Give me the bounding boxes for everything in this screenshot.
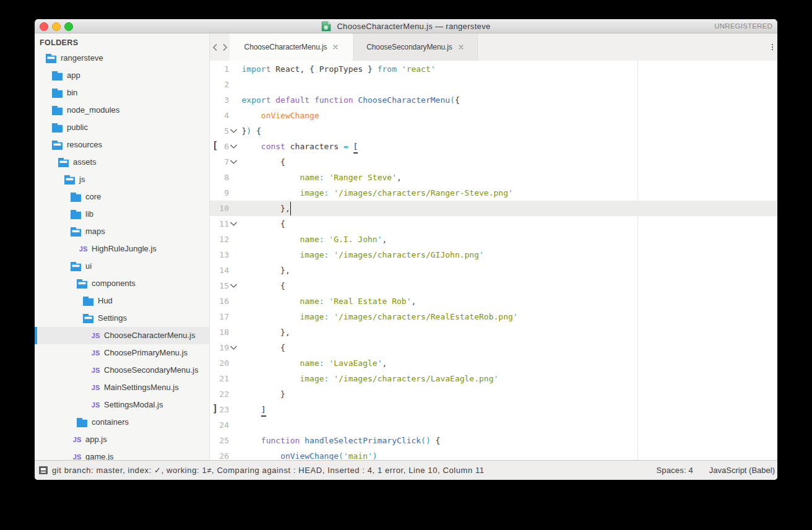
folder-open-icon — [64, 175, 75, 185]
tree-item-MainSettingsMenu.js[interactable]: JSMainSettingsMenu.js — [35, 379, 209, 396]
tree-item-ChoosePrimaryMenu.js[interactable]: JSChoosePrimaryMenu.js — [35, 344, 209, 362]
code-line-8[interactable]: 8 name: 'Ranger Steve', — [210, 170, 777, 185]
line-number: 24 — [210, 417, 229, 433]
code-line-6[interactable]: 6[ const characters = [ — [210, 139, 777, 154]
panel-toggle-icon[interactable] — [39, 466, 48, 474]
tree-item-label: resources — [67, 136, 102, 154]
tree-item-Settings[interactable]: Settings — [35, 310, 209, 327]
tree-item-label: containers — [92, 414, 129, 431]
code-line-19[interactable]: 19 { — [210, 340, 777, 355]
code-text: onViewChange('main') — [242, 448, 378, 461]
code-line-3[interactable]: 3export default function ChooseCharacter… — [210, 92, 777, 108]
code-text: image: '/images/characters/GIJohn.png' — [242, 247, 484, 263]
fold-arrow-icon[interactable] — [230, 129, 237, 133]
code-line-12[interactable]: 12 name: 'G.I. John', — [210, 232, 777, 247]
line-number: 4 — [210, 108, 229, 123]
line-number: 12 — [210, 232, 229, 247]
code-text: }) { — [242, 123, 261, 139]
tree-item-rangersteve[interactable]: rangersteve — [35, 50, 209, 67]
code-line-16[interactable]: 16 name: 'Real Estate Rob', — [210, 293, 777, 309]
tree-item-app.js[interactable]: JSapp.js — [35, 431, 209, 448]
status-bar: git branch: master, index: ✓, working: 1… — [35, 460, 777, 480]
code-line-25[interactable]: 25 function handleSelectPrimaryClick() { — [210, 433, 777, 448]
tree-item-Hud[interactable]: Hud — [35, 292, 209, 310]
fold-arrow-icon[interactable] — [230, 160, 237, 164]
tree-item-core[interactable]: core — [35, 188, 209, 206]
tree-item-HighRuleJungle.js[interactable]: JSHighRuleJungle.js — [35, 240, 209, 258]
code-line-10[interactable]: 10 }, — [210, 201, 777, 216]
tab-close-icon[interactable] — [459, 33, 464, 61]
next-tab-icon[interactable] — [223, 44, 227, 51]
fold-arrow-icon[interactable] — [230, 345, 237, 350]
code-editor[interactable]: 1import React, { PropTypes } from 'react… — [210, 61, 777, 460]
line-number: 5 — [210, 123, 229, 139]
code-text: { — [242, 154, 285, 170]
code-line-7[interactable]: 7 { — [210, 154, 777, 170]
prev-tab-icon[interactable] — [213, 44, 217, 51]
bracket-gutter-icon: [ — [212, 138, 218, 154]
tab-ChooseSecondaryMenu.js[interactable]: ChooseSecondaryMenu.js — [353, 33, 478, 61]
tree-item-ChooseSecondaryMenu.js[interactable]: JSChooseSecondaryMenu.js — [35, 362, 209, 379]
code-line-4[interactable]: 4 onViewChange — [210, 108, 777, 123]
code-line-2[interactable]: 2 — [210, 77, 777, 92]
line-number: 11 — [210, 216, 229, 232]
tab-close-icon[interactable] — [333, 33, 338, 61]
tree-item-label: app — [67, 67, 80, 84]
tab-overflow-menu-icon[interactable] — [768, 33, 777, 61]
syntax-indicator[interactable]: JavaScript (Babel) — [709, 461, 775, 480]
tree-item-node_modules[interactable]: node_modules — [35, 102, 209, 119]
tree-item-label: assets — [73, 154, 97, 171]
line-number: 16 — [210, 293, 229, 309]
fold-arrow-icon[interactable] — [230, 144, 237, 149]
unregistered-badge: UNREGISTERED — [714, 19, 772, 33]
code-line-15[interactable]: 15 { — [210, 278, 777, 293]
code-line-9[interactable]: 9 image: '/images/characters/Ranger-Stev… — [210, 185, 777, 201]
tree-item-lib[interactable]: lib — [35, 206, 209, 223]
tree-item-components[interactable]: components — [35, 275, 209, 292]
tree-item-maps[interactable]: maps — [35, 223, 209, 240]
folder-open-icon — [58, 158, 69, 167]
code-line-22[interactable]: 22 } — [210, 386, 777, 402]
code-line-26[interactable]: 26 onViewChange('main') — [210, 448, 777, 461]
code-line-24[interactable]: 24 — [210, 417, 777, 433]
code-line-23[interactable]: 23] ] — [210, 402, 777, 417]
folder-icon — [52, 123, 63, 132]
tree-item-label: rangersteve — [61, 50, 103, 67]
code-text: { — [242, 216, 285, 232]
tree-item-label: ChooseSecondaryMenu.js — [104, 362, 198, 379]
code-line-20[interactable]: 20 name: 'LavaEagle', — [210, 355, 777, 371]
tab-ChooseCharacterMenu.js[interactable]: ChooseCharacterMenu.js — [230, 33, 353, 61]
code-line-18[interactable]: 18 }, — [210, 324, 777, 340]
code-line-13[interactable]: 13 image: '/images/characters/GIJohn.png… — [210, 247, 777, 263]
code-line-14[interactable]: 14 }, — [210, 263, 777, 278]
sidebar: FOLDERS rangersteveappbinnode_modulespub… — [35, 33, 210, 460]
code-line-11[interactable]: 11 { — [210, 216, 777, 232]
tree-item-app[interactable]: app — [35, 67, 209, 84]
code-line-17[interactable]: 17 image: '/images/characters/RealEstate… — [210, 309, 777, 324]
code-text: onViewChange — [242, 108, 319, 123]
tree-item-containers[interactable]: containers — [35, 414, 209, 431]
tree-item-game.js[interactable]: JSgame.js — [35, 448, 209, 460]
line-number: 2 — [210, 77, 229, 92]
code-text: name: 'Real Estate Rob', — [242, 293, 417, 309]
tree-item-public[interactable]: public — [35, 119, 209, 136]
title-bar[interactable]: ChooseCharacterMenu.js — rangersteve UNR… — [35, 19, 777, 33]
code-line-1[interactable]: 1import React, { PropTypes } from 'react… — [210, 61, 777, 77]
tree-item-ui[interactable]: ui — [35, 258, 209, 275]
tree-item-ChooseCharacterMenu.js[interactable]: JSChooseCharacterMenu.js — [35, 327, 209, 344]
tree-item-label: ChooseCharacterMenu.js — [104, 327, 195, 344]
line-number: 13 — [210, 247, 229, 263]
indent-indicator[interactable]: Spaces: 4 — [656, 461, 693, 480]
code-line-21[interactable]: 21 image: '/images/characters/LavaEagle.… — [210, 371, 777, 386]
fold-arrow-icon[interactable] — [230, 284, 237, 288]
tree-item-js[interactable]: js — [35, 171, 209, 188]
js-file-icon: JS — [89, 396, 102, 414]
code-line-5[interactable]: 5}) { — [210, 123, 777, 139]
fold-arrow-icon[interactable] — [230, 222, 237, 226]
tab-label: ChooseSecondaryMenu.js — [366, 33, 452, 61]
tree-item-bin[interactable]: bin — [35, 84, 209, 102]
tree-item-resources[interactable]: resources — [35, 136, 209, 154]
line-number: 19 — [210, 340, 229, 355]
tree-item-assets[interactable]: assets — [35, 154, 209, 171]
tree-item-SettingsModal.js[interactable]: JSSettingsModal.js — [35, 396, 209, 414]
